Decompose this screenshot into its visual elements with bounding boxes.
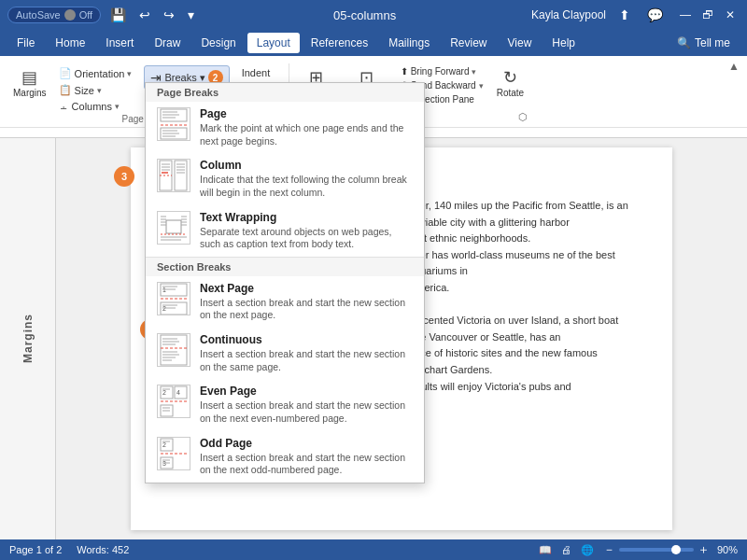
- close-button[interactable]: ✕: [721, 6, 740, 24]
- rotate-label: Rotate: [497, 88, 524, 98]
- menu-mailings[interactable]: Mailings: [379, 33, 439, 53]
- username: Kayla Claypool: [531, 8, 606, 21]
- autosave-state: Off: [79, 9, 92, 21]
- break-next-page-icon: 1 2: [157, 282, 190, 315]
- size-arrow: ▾: [97, 86, 102, 95]
- break-text-wrapping-item[interactable]: Text Wrapping Separate text around objec…: [146, 205, 424, 257]
- section-breaks-header: Section Breaks: [146, 257, 424, 276]
- orientation-icon: 📄: [59, 67, 72, 79]
- doc-col-right: uver, 140 miles up the Pacific from Seat…: [409, 198, 635, 414]
- doc-right-1: uver, 140 miles up the Pacific from Seat…: [409, 198, 635, 231]
- undo-icon[interactable]: ↩: [135, 6, 154, 24]
- menu-design[interactable]: Design: [191, 33, 245, 53]
- break-text-wrapping-title: Text Wrapping: [200, 211, 413, 224]
- break-even-page-desc: Insert a section break and start the new…: [200, 399, 413, 425]
- menu-layout[interactable]: Layout: [247, 33, 300, 53]
- break-page-title: Page: [200, 107, 413, 120]
- search-icon: 🔍: [677, 36, 691, 49]
- window-controls: — 🗗 ✕: [676, 6, 740, 24]
- break-text-wrapping-text: Text Wrapping Separate text around objec…: [200, 211, 413, 251]
- columns-icon: ⫠: [59, 101, 69, 112]
- menu-references[interactable]: References: [302, 33, 377, 53]
- zoom-thumb: [671, 545, 681, 554]
- page-setup-small-btns: 📄 Orientation ▾ 📋 Size ▾ ⫠ Columns ▾: [54, 65, 137, 114]
- menu-insert[interactable]: Insert: [96, 33, 143, 53]
- break-page-item[interactable]: Page Mark the point at which one page en…: [146, 102, 424, 153]
- menu-help[interactable]: Help: [543, 33, 585, 53]
- break-text-wrapping-icon: [157, 211, 190, 245]
- autosave-knob: [64, 9, 76, 21]
- bring-forward-icon: ⬆: [401, 66, 408, 77]
- break-next-page-text: Next Page Insert a section break and sta…: [200, 282, 413, 322]
- save-icon[interactable]: 💾: [106, 6, 130, 24]
- doc-right-7: Adults will enjoy Victoria's pubs and: [409, 379, 635, 396]
- autosave-toggle[interactable]: AutoSave Off: [7, 7, 101, 23]
- menu-search[interactable]: 🔍 Tell me: [668, 33, 740, 53]
- orientation-label: Orientation: [75, 68, 125, 79]
- word-count: Words: 452: [77, 544, 129, 555]
- size-button[interactable]: 📋 Size ▾: [54, 82, 137, 98]
- zoom-in-button[interactable]: ＋: [698, 541, 710, 558]
- break-column-desc: Indicate that the text following the col…: [200, 174, 413, 199]
- view-read-icon[interactable]: 📖: [539, 544, 552, 556]
- menu-home[interactable]: Home: [46, 33, 94, 53]
- break-text-wrapping-desc: Separate text around objects on web page…: [200, 226, 413, 251]
- break-even-page-item[interactable]: 2 4 Even Page Insert a section break and…: [146, 379, 424, 430]
- svg-text:4: 4: [176, 389, 180, 396]
- zoom-out-button[interactable]: －: [603, 541, 615, 558]
- redo-icon[interactable]: ↪: [160, 6, 178, 24]
- page-info: Page 1 of 2: [9, 544, 62, 555]
- break-odd-page-item[interactable]: 2 3 Odd Page Insert a section break and …: [146, 431, 424, 483]
- zoom-controls: － ＋ 90%: [603, 541, 738, 558]
- menu-file[interactable]: File: [7, 33, 44, 53]
- bring-forward-label: Bring Forward: [411, 66, 470, 77]
- doc-right-3: uver has world-class museums ne of the b…: [409, 247, 635, 280]
- share-icon[interactable]: ⬆: [615, 6, 634, 24]
- quick-access-dropdown-icon[interactable]: ▾: [184, 6, 198, 24]
- restore-button[interactable]: 🗗: [698, 6, 717, 24]
- minimize-button[interactable]: —: [676, 6, 695, 24]
- rotate-button[interactable]: ↻ Rotate: [493, 65, 528, 100]
- size-icon: 📋: [59, 84, 72, 96]
- columns-arrow: ▾: [115, 102, 120, 111]
- indent-button[interactable]: Indent: [237, 65, 284, 80]
- break-odd-page-text: Odd Page Insert a section break and star…: [200, 437, 413, 477]
- zoom-slider[interactable]: [619, 548, 694, 552]
- break-continuous-item[interactable]: Continuous Insert a section break and st…: [146, 328, 424, 379]
- break-page-text: Page Mark the point at which one page en…: [200, 107, 413, 147]
- columns-button[interactable]: ⫠ Columns ▾: [54, 99, 137, 114]
- menu-draw[interactable]: Draw: [145, 33, 190, 53]
- margins-button[interactable]: ▤ Margins: [9, 65, 50, 100]
- break-continuous-title: Continuous: [200, 333, 413, 346]
- break-continuous-icon: [157, 333, 190, 367]
- break-column-item[interactable]: Column Indicate that the text following …: [146, 153, 424, 204]
- menu-view[interactable]: View: [499, 33, 542, 53]
- break-column-icon: [157, 159, 190, 192]
- document-title: 05-columns: [333, 8, 396, 22]
- break-continuous-desc: Insert a section break and start the new…: [200, 348, 413, 373]
- menu-bar: File Home Insert Draw Design Layout Refe…: [0, 30, 747, 56]
- break-continuous-text: Continuous Insert a section break and st…: [200, 333, 413, 373]
- margins-icon: ▤: [21, 67, 37, 88]
- svg-text:2: 2: [162, 389, 166, 396]
- size-label: Size: [75, 85, 94, 96]
- comments-icon[interactable]: 💬: [643, 6, 667, 24]
- bring-forward-button[interactable]: ⬆ Bring Forward ▾: [397, 65, 487, 77]
- break-next-page-title: Next Page: [200, 282, 413, 295]
- break-next-page-item[interactable]: 1 2 Next Page Insert a section break and…: [146, 276, 424, 328]
- break-page-icon: [157, 107, 190, 141]
- status-right: 📖 🖨 🌐 － ＋ 90%: [539, 541, 738, 558]
- orientation-button[interactable]: 📄 Orientation ▾: [54, 65, 137, 81]
- view-web-icon[interactable]: 🌐: [581, 544, 594, 556]
- menu-review[interactable]: Review: [441, 33, 496, 53]
- doc-right-6: ance of historic sites and the new famou…: [409, 345, 635, 378]
- ribbon-collapse-button[interactable]: ▲: [728, 60, 740, 73]
- doc-right-4: America.: [409, 280, 635, 297]
- doc-right-5: -accented Victoria on uver Island, a sho…: [409, 313, 635, 345]
- view-print-icon[interactable]: 🖨: [561, 544, 571, 555]
- break-even-page-title: Even Page: [200, 385, 413, 398]
- arrange-expand-icon[interactable]: ⬡: [518, 111, 528, 123]
- status-left: Page 1 of 2 Words: 452: [9, 544, 129, 555]
- title-bar: AutoSave Off 💾 ↩ ↪ ▾ 05-columns Kayla Cl…: [0, 0, 747, 30]
- page-breaks-header: Page Breaks: [146, 83, 424, 102]
